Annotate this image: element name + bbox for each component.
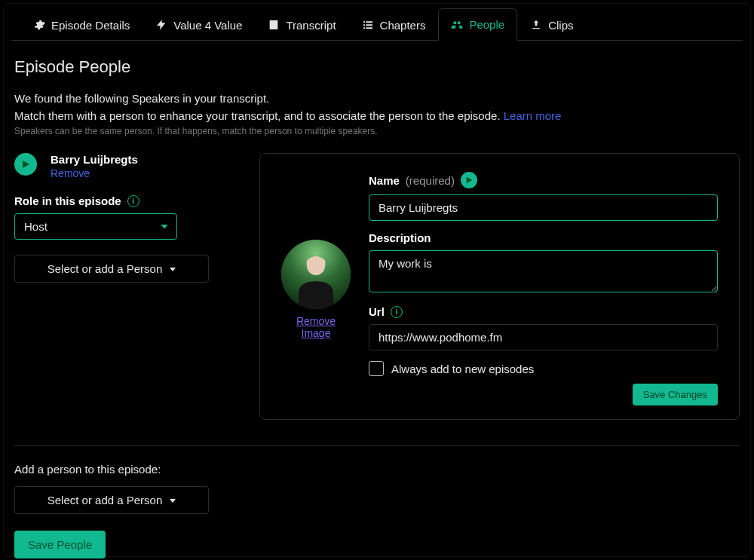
play-speaker-button[interactable] [14, 153, 37, 176]
avatar-image [281, 240, 351, 309]
add-person-dropdown[interactable]: Select or add a Person [14, 486, 209, 514]
tab-value4value[interactable]: Value 4 Value [143, 9, 255, 41]
role-select[interactable]: Host [14, 213, 177, 240]
share-icon [530, 19, 542, 31]
tab-label: Clips [548, 19, 573, 32]
intro-line-1: We found the following Speakers in your … [14, 90, 740, 108]
description-field[interactable]: My work is [369, 250, 718, 292]
person-card: Remove Image Name (required) [259, 153, 740, 420]
tab-label: Episode Details [51, 19, 130, 32]
role-label: Role in this episode [14, 194, 121, 207]
learn-more-link[interactable]: Learn more [504, 109, 562, 122]
description-label: Description [369, 231, 431, 244]
gear-icon [33, 19, 45, 31]
tab-chapters[interactable]: Chapters [349, 9, 439, 41]
remove-image-link[interactable]: Remove Image [296, 315, 336, 339]
tab-transcript[interactable]: Transcript [255, 9, 348, 41]
always-add-label: Always add to new episodes [391, 363, 534, 375]
name-label: Name [369, 174, 400, 187]
role-label-row: Role in this episode i [14, 194, 139, 207]
tab-label: Value 4 Value [173, 19, 242, 32]
lightning-icon [155, 19, 167, 31]
avatar [281, 240, 351, 309]
tab-label: Chapters [380, 19, 426, 32]
chevron-down-icon [170, 268, 176, 271]
info-icon[interactable]: i [127, 195, 139, 207]
intro-line-2: Match them with a person to enhance your… [14, 108, 740, 125]
people-icon [451, 19, 463, 31]
name-required: (required) [406, 174, 455, 187]
speaker-name: Barry Luijbregts [51, 153, 138, 166]
tab-label: Transcript [286, 19, 336, 32]
list-icon [362, 19, 374, 31]
tab-label: People [469, 18, 504, 31]
url-label: Url [369, 305, 385, 318]
chevron-down-icon [170, 499, 176, 503]
play-name-button[interactable] [461, 172, 477, 188]
always-add-checkbox[interactable] [369, 361, 384, 376]
intro-note: Speakers can be the same person. If that… [14, 126, 740, 136]
remove-speaker-link[interactable]: Remove [51, 167, 90, 179]
page-title: Episode People [14, 57, 740, 77]
save-changes-button[interactable]: Save Changes [633, 384, 718, 405]
info-icon[interactable]: i [391, 306, 403, 318]
section-divider [14, 445, 740, 446]
select-person-dropdown[interactable]: Select or add a Person [14, 255, 209, 283]
tab-episode-details[interactable]: Episode Details [20, 9, 143, 41]
document-icon [268, 19, 280, 31]
add-person-label: Add a person to this episode: [14, 463, 740, 476]
play-icon [21, 160, 30, 169]
tab-clips[interactable]: Clips [517, 9, 586, 41]
play-icon [465, 176, 473, 185]
tabs-bar: Episode Details Value 4 Value Transcript… [11, 8, 743, 41]
tab-people[interactable]: People [438, 8, 517, 41]
url-field[interactable] [369, 324, 718, 350]
name-field[interactable] [369, 194, 718, 221]
save-people-button[interactable]: Save People [14, 531, 106, 558]
